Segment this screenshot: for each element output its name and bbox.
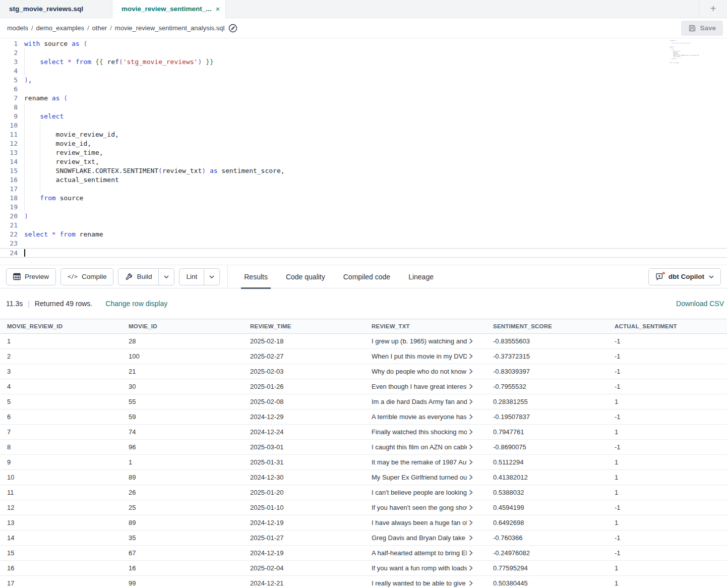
preview-button[interactable]: Preview [6, 268, 56, 285]
code-line[interactable]: 10 [0, 121, 727, 130]
tab-lineage[interactable]: Lineage [399, 265, 443, 288]
code-line[interactable]: 13 review_time, [0, 148, 727, 157]
line-number: 4 [0, 67, 24, 76]
close-icon[interactable]: × [216, 5, 220, 13]
compile-button[interactable]: </> Compile [60, 268, 113, 285]
tab-results[interactable]: Results [235, 265, 277, 288]
code-line[interactable]: 20) [0, 212, 727, 221]
expand-cell-chevron-icon[interactable] [469, 535, 482, 541]
cell-actual-sentiment: 1 [608, 470, 727, 485]
column-header-sentiment_score[interactable]: SENTIMENT_SCORE [486, 319, 608, 333]
new-tab-button[interactable]: + [699, 0, 727, 18]
code-line [670, 65, 705, 66]
expand-cell-chevron-icon[interactable] [469, 338, 482, 344]
dbt-copilot-button[interactable]: dbt Copilot [648, 268, 721, 285]
build-button[interactable]: Build [118, 269, 158, 285]
column-header-movie_review_id[interactable]: MOVIE_REVIEW_ID [0, 319, 122, 333]
breadcrumb-item[interactable]: movie_review_sentiment_analysis.sql [115, 24, 225, 32]
code-line[interactable]: 14 review_txt, [0, 157, 727, 166]
tab-compiled-code[interactable]: Compiled code [334, 265, 399, 288]
tab-movie-review-sentiment[interactable]: movie_review_sentiment_... × [112, 0, 226, 18]
code-line[interactable]: 17 [0, 185, 727, 194]
tab-stg-movie-reviews[interactable]: stg_movie_reviews.sql [0, 0, 112, 18]
save-icon [688, 24, 696, 32]
expand-cell-chevron-icon[interactable] [469, 399, 482, 404]
expand-cell-chevron-icon[interactable] [469, 490, 482, 495]
breadcrumb-item[interactable]: demo_examples [36, 24, 84, 32]
expand-cell-chevron-icon[interactable] [469, 550, 482, 556]
breadcrumb-item[interactable]: other [92, 24, 107, 32]
cell-review-txt: If you haven't seen the gong show TV s… [365, 500, 486, 515]
code-line[interactable]: 4 [0, 67, 727, 76]
column-header-review_time[interactable]: REVIEW_TIME [243, 319, 365, 333]
expand-cell-chevron-icon[interactable] [469, 505, 482, 510]
code-line[interactable]: 19 [0, 203, 727, 212]
expand-cell-chevron-icon[interactable] [469, 580, 482, 586]
code-line[interactable]: 11 movie_review_id, [0, 130, 727, 139]
table-row: 8962025-03-01I caught this film on AZN o… [0, 440, 727, 455]
code-line[interactable]: 12 movie_id, [0, 139, 727, 148]
compass-icon[interactable] [228, 24, 237, 33]
code-text [24, 48, 727, 57]
code-icon: </> [68, 273, 78, 280]
download-csv-link[interactable]: Download CSV [676, 300, 724, 308]
tab-code-quality[interactable]: Code quality [277, 265, 334, 288]
editor-minimap[interactable]: with source as ( select * from {{ ref('s… [670, 40, 705, 70]
cell-value: Even though I have great interest in Bi… [372, 383, 467, 390]
lint-dropdown-button[interactable] [204, 269, 219, 285]
code-line[interactable]: 23 [0, 239, 727, 248]
code-text: movie_id, [24, 139, 727, 148]
cell-sentiment-score: -0.24976082 [486, 546, 608, 560]
code-line[interactable]: 7rename as ( [0, 94, 727, 103]
cell-movie-id: 96 [122, 440, 243, 454]
expand-cell-chevron-icon[interactable] [469, 354, 482, 359]
code-line[interactable]: 2 [0, 48, 727, 57]
code-text: review_txt, [24, 157, 727, 166]
cell-value: 2025-02-27 [250, 352, 284, 360]
code-editor[interactable]: 1with source as (23 select * from {{ ref… [0, 38, 727, 265]
expand-cell-chevron-icon[interactable] [469, 444, 482, 450]
column-header-review_txt[interactable]: REVIEW_TXT [365, 319, 486, 333]
cell-movie-review-id: 5 [0, 394, 122, 409]
cell-value: 99 [129, 579, 136, 587]
change-row-display-link[interactable]: Change row display [105, 300, 167, 308]
cell-sentiment-score: -0.83039397 [486, 364, 608, 379]
expand-cell-chevron-icon[interactable] [469, 520, 482, 525]
code-line[interactable]: 3 select * from {{ ref('stg_movie_review… [0, 57, 727, 67]
expand-cell-chevron-icon[interactable] [469, 369, 482, 374]
code-line[interactable]: 5), [0, 76, 727, 85]
cell-value: 1 [615, 474, 618, 481]
code-line[interactable]: 16 actual_sentiment [0, 175, 727, 185]
cell-value: -1 [615, 352, 621, 360]
cell-value: -1 [615, 413, 621, 421]
build-dropdown-button[interactable] [158, 269, 174, 285]
expand-cell-chevron-icon[interactable] [469, 475, 482, 480]
code-line[interactable]: 22select * from rename [0, 230, 727, 239]
column-header-actual_sentiment[interactable]: ACTUAL_SENTIMENT [608, 319, 727, 333]
code-line[interactable]: 24 [0, 248, 727, 258]
cell-review-time: 2025-02-27 [243, 349, 365, 364]
cell-review-time: 2025-03-01 [243, 440, 365, 454]
cell-value: -0.19507837 [493, 413, 530, 421]
code-line[interactable]: 21 [0, 221, 727, 230]
expand-cell-chevron-icon[interactable] [469, 459, 482, 465]
breadcrumb-item[interactable]: models [7, 24, 28, 32]
results-meta-row: 11.3s | Returned 49 rows. Change row dis… [0, 288, 727, 319]
line-number: 8 [0, 103, 24, 112]
code-line[interactable]: 1with source as ( [0, 39, 727, 48]
code-line[interactable]: 6 [0, 85, 727, 94]
cell-value: 9 [7, 458, 11, 466]
expand-cell-chevron-icon[interactable] [469, 565, 482, 571]
expand-cell-chevron-icon[interactable] [469, 414, 482, 420]
cell-value: 2025-02-04 [250, 564, 284, 572]
code-line[interactable]: 9 select [0, 112, 727, 121]
code-line[interactable]: 18 from source [0, 194, 727, 203]
line-number: 11 [0, 130, 24, 139]
expand-cell-chevron-icon[interactable] [469, 384, 482, 389]
code-line[interactable]: 15 SNOWFLAKE.CORTEX.SENTIMENT(review_txt… [0, 166, 727, 175]
lint-button[interactable]: Lint [179, 269, 204, 285]
save-button[interactable]: Save [681, 21, 723, 36]
code-line[interactable]: 8 [0, 103, 727, 112]
column-header-movie_id[interactable]: MOVIE_ID [122, 319, 243, 333]
expand-cell-chevron-icon[interactable] [469, 429, 482, 435]
